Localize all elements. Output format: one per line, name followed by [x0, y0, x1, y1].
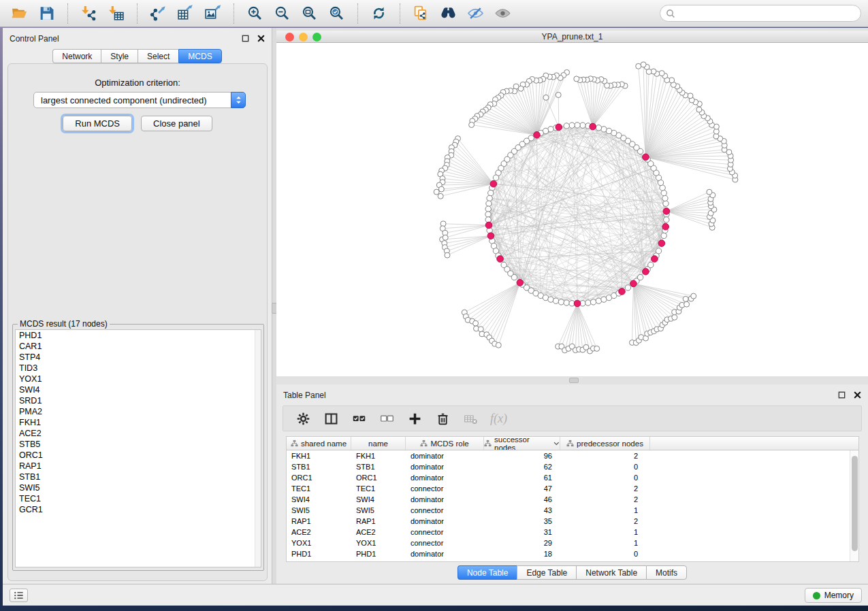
column-header-predecessor-nodes[interactable]: predecessor nodes — [560, 437, 650, 450]
split-view-icon[interactable] — [323, 410, 339, 427]
table-row[interactable]: STB1STB1dominator620 — [287, 461, 858, 472]
table-row[interactable]: PHD1PHD1dominator180 — [287, 548, 858, 559]
network-node[interactable] — [496, 342, 501, 348]
mcds-result-item[interactable]: ACE2 — [16, 428, 261, 439]
mcds-result-item[interactable]: STP4 — [16, 352, 261, 363]
network-node[interactable] — [691, 293, 696, 299]
refresh-icon[interactable] — [366, 3, 391, 24]
tab-style[interactable]: Style — [101, 49, 138, 63]
delete-column-icon[interactable] — [434, 410, 451, 427]
network-node[interactable] — [641, 62, 646, 67]
add-column-icon[interactable] — [406, 410, 423, 427]
memory-button[interactable]: Memory — [805, 588, 862, 603]
network-node[interactable] — [469, 122, 475, 128]
table-row[interactable]: TEC1TEC1connector472 — [287, 483, 858, 494]
tab-motifs[interactable]: Motifs — [646, 565, 687, 580]
table-row[interactable]: RAP1RAP1dominator352 — [287, 516, 858, 527]
close-panel-icon[interactable] — [256, 33, 266, 43]
column-header-MCDS-role[interactable]: MCDS role — [406, 437, 484, 450]
network-dominator-node[interactable] — [619, 288, 626, 295]
zoom-in-icon[interactable] — [242, 3, 268, 24]
network-node[interactable] — [575, 122, 580, 128]
horizontal-splitter-handle[interactable] — [569, 378, 579, 383]
column-header-name[interactable]: name — [351, 437, 406, 450]
network-node[interactable] — [637, 274, 643, 280]
network-node[interactable] — [485, 206, 491, 212]
mcds-result-item[interactable]: TID3 — [16, 363, 261, 374]
network-node[interactable] — [486, 201, 492, 206]
network-node[interactable] — [601, 127, 607, 132]
network-node[interactable] — [663, 201, 669, 206]
network-node[interactable] — [493, 175, 498, 180]
table-row[interactable]: SWI5SWI5connector431 — [287, 505, 858, 516]
maximize-window-button[interactable] — [312, 33, 321, 42]
network-node[interactable] — [574, 76, 579, 82]
network-dominator-node[interactable] — [497, 256, 504, 263]
hide-selected-icon[interactable] — [463, 3, 488, 24]
network-dominator-node[interactable] — [658, 240, 665, 247]
mcds-result-item[interactable]: SWI4 — [16, 384, 261, 395]
mcds-result-item[interactable]: STB5 — [16, 439, 261, 450]
open-file-icon[interactable] — [7, 3, 32, 24]
import-table-icon[interactable] — [103, 3, 129, 24]
network-canvas[interactable] — [276, 43, 868, 376]
table-row[interactable]: FKH1FKH1dominator962 — [287, 450, 858, 461]
mcds-result-item[interactable]: ORC1 — [16, 450, 261, 461]
network-node[interactable] — [553, 298, 558, 303]
export-image-icon[interactable] — [200, 3, 225, 24]
tab-mcds[interactable]: MCDS — [178, 49, 221, 63]
mcds-result-item[interactable]: TEC1 — [16, 493, 261, 504]
mcds-result-item[interactable]: FKH1 — [16, 417, 261, 428]
network-node[interactable] — [656, 248, 661, 254]
column-header-shared-name[interactable]: shared name — [287, 437, 351, 450]
network-node[interactable] — [659, 71, 664, 76]
network-node[interactable] — [596, 298, 601, 303]
network-node[interactable] — [485, 212, 491, 217]
network-node[interactable] — [564, 123, 569, 129]
network-node[interactable] — [443, 235, 448, 240]
network-dominator-node[interactable] — [652, 256, 658, 263]
network-node[interactable] — [672, 314, 677, 320]
network-dominator-node[interactable] — [574, 300, 581, 307]
network-node[interactable] — [661, 233, 666, 238]
network-node[interactable] — [625, 285, 630, 291]
network-dominator-node[interactable] — [643, 268, 649, 275]
tab-edge-table[interactable]: Edge Table — [517, 565, 576, 580]
show-all-icon[interactable] — [490, 3, 515, 24]
network-dominator-node[interactable] — [590, 123, 596, 130]
network-dominator-node[interactable] — [643, 154, 649, 161]
settings-icon[interactable] — [295, 410, 311, 427]
network-node[interactable] — [487, 195, 492, 201]
mcds-result-item[interactable]: SWI5 — [16, 482, 261, 493]
close-table-panel-icon[interactable] — [852, 390, 862, 399]
network-node[interactable] — [648, 262, 654, 267]
network-node[interactable] — [438, 193, 443, 199]
network-node[interactable] — [662, 195, 668, 201]
network-node[interactable] — [683, 296, 688, 301]
network-node[interactable] — [696, 107, 702, 112]
log-console-button[interactable] — [10, 589, 28, 602]
mcds-result-item[interactable]: YOX1 — [16, 374, 261, 384]
run-mcds-button[interactable]: Run MCDS — [63, 116, 132, 131]
mcds-result-item[interactable]: PMA2 — [16, 406, 261, 417]
tab-select[interactable]: Select — [138, 49, 178, 63]
network-dominator-node[interactable] — [662, 223, 669, 230]
close-window-button[interactable] — [285, 33, 294, 42]
table-scrollbar-thumb[interactable] — [852, 456, 858, 551]
network-node[interactable] — [434, 189, 439, 195]
float-table-panel-icon[interactable] — [837, 390, 846, 399]
mcds-result-item[interactable]: GCR1 — [16, 504, 261, 515]
network-dominator-node[interactable] — [490, 180, 497, 187]
float-panel-icon[interactable] — [240, 33, 250, 43]
network-node[interactable] — [661, 190, 666, 195]
network-node[interactable] — [473, 320, 479, 326]
network-node[interactable] — [488, 190, 494, 195]
network-node[interactable] — [684, 301, 690, 307]
mcds-result-list[interactable]: PHD1CAR1STP4TID3YOX1SWI4SRD1PMA2FKH1ACE2… — [15, 329, 261, 567]
tab-network-table[interactable]: Network Table — [576, 565, 646, 580]
network-dominator-node[interactable] — [663, 208, 670, 215]
network-node[interactable] — [558, 299, 564, 305]
close-panel-button[interactable]: Close panel — [141, 116, 212, 131]
network-node[interactable] — [438, 186, 444, 192]
network-dominator-node[interactable] — [487, 233, 494, 240]
